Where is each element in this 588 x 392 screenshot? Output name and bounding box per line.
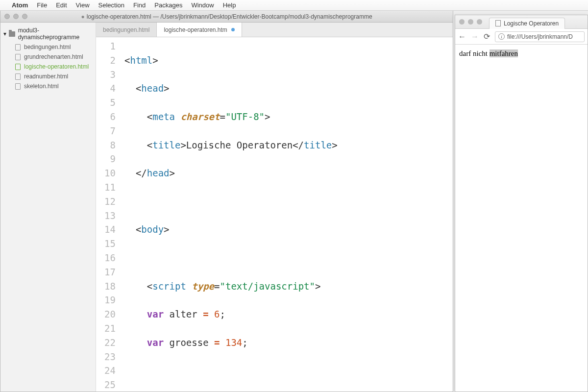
browser-toolbar: ← → ⟳ i file:///Users/jbrinkmann/D bbox=[455, 29, 588, 45]
page-text: darf nicht bbox=[459, 49, 490, 57]
url-text: file:///Users/jbrinkmann/D bbox=[507, 33, 573, 40]
close-button[interactable] bbox=[4, 14, 10, 19]
browser-tab-title: Logische Operatoren bbox=[504, 20, 559, 27]
chevron-down-icon: ▾ bbox=[3, 30, 8, 37]
browser-content[interactable]: darf nicht mitfahren bbox=[455, 45, 588, 392]
macos-menubar: Atom File Edit View Selection Find Packa… bbox=[0, 0, 588, 11]
minimize-button[interactable] bbox=[468, 19, 473, 24]
folder-icon bbox=[9, 31, 15, 37]
menu-view[interactable]: View bbox=[76, 1, 90, 9]
menu-selection[interactable]: Selection bbox=[98, 1, 124, 9]
project-root-label: modul3-dynamischeprogramme bbox=[18, 27, 93, 41]
editor-pane: bedingungen.html logische-operatoren.htm… bbox=[96, 23, 453, 392]
file-icon bbox=[15, 64, 21, 70]
code-editor[interactable]: 1234567891011121314151617181920212223242… bbox=[96, 37, 453, 392]
browser-window-controls bbox=[459, 19, 482, 24]
reload-button[interactable]: ⟳ bbox=[484, 32, 490, 41]
close-button[interactable] bbox=[459, 19, 465, 24]
project-root[interactable]: ▾ modul3-dynamischeprogramme bbox=[0, 25, 96, 42]
window-title: ●logische-operatoren.html — /Users/jbrin… bbox=[0, 13, 453, 20]
file-row[interactable]: grundrechenarten.html bbox=[0, 52, 96, 62]
atom-editor-window: ●logische-operatoren.html — /Users/jbrin… bbox=[0, 11, 453, 392]
page-text-selected: mitfahren bbox=[490, 49, 518, 57]
file-row[interactable]: skeleton.html bbox=[0, 81, 96, 91]
zoom-button[interactable] bbox=[477, 19, 482, 24]
file-icon bbox=[15, 44, 21, 50]
code-content[interactable]: <html> <head> <meta charset="UTF-8"> <ti… bbox=[121, 37, 453, 392]
menu-find[interactable]: Find bbox=[133, 1, 146, 9]
file-row[interactable]: readnumber.html bbox=[0, 72, 96, 81]
zoom-button[interactable] bbox=[22, 14, 27, 19]
menu-window[interactable]: Window bbox=[191, 1, 214, 9]
file-row-active[interactable]: logische-operatoren.html bbox=[0, 62, 96, 72]
file-icon bbox=[15, 74, 21, 80]
atom-titlebar[interactable]: ●logische-operatoren.html — /Users/jbrin… bbox=[0, 11, 453, 23]
file-row[interactable]: bedingungen.html bbox=[0, 42, 96, 52]
page-icon bbox=[495, 20, 501, 26]
url-bar[interactable]: i file:///Users/jbrinkmann/D bbox=[495, 31, 585, 42]
info-icon[interactable]: i bbox=[498, 33, 505, 40]
menu-packages[interactable]: Packages bbox=[154, 1, 182, 9]
menu-file[interactable]: File bbox=[37, 1, 47, 9]
browser-titlebar[interactable]: Logische Operatoren bbox=[455, 15, 588, 29]
browser-tab[interactable]: Logische Operatoren bbox=[489, 18, 565, 29]
browser-window: Logische Operatoren ← → ⟳ i file:///User… bbox=[455, 15, 588, 392]
window-controls bbox=[4, 14, 27, 19]
menu-edit[interactable]: Edit bbox=[56, 1, 67, 9]
tab-inactive[interactable]: bedingungen.html bbox=[96, 23, 157, 37]
tab-bar: bedingungen.html logische-operatoren.htm… bbox=[96, 23, 453, 37]
file-icon bbox=[15, 83, 21, 90]
tree-view-sidebar[interactable]: ▾ modul3-dynamischeprogramme bedingungen… bbox=[0, 23, 96, 392]
forward-button[interactable]: → bbox=[471, 32, 479, 41]
line-gutter: 1234567891011121314151617181920212223242… bbox=[96, 37, 121, 392]
back-button[interactable]: ← bbox=[458, 32, 466, 41]
tab-active[interactable]: logische-operatoren.html bbox=[157, 23, 242, 37]
minimize-button[interactable] bbox=[13, 14, 19, 19]
file-icon bbox=[15, 54, 21, 60]
menu-help[interactable]: Help bbox=[223, 1, 236, 9]
menu-app[interactable]: Atom bbox=[12, 1, 28, 9]
modified-dot-icon bbox=[231, 28, 235, 31]
